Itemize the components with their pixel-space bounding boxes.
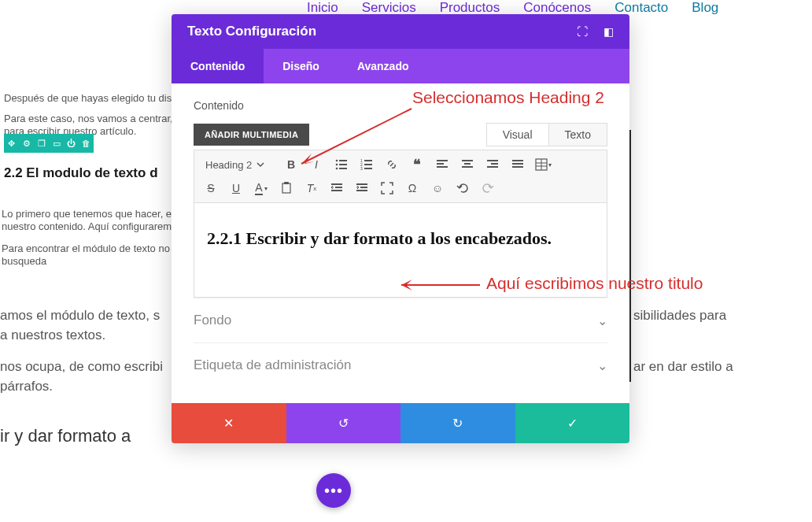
svg-rect-18 <box>487 160 498 161</box>
svg-rect-13 <box>437 163 444 165</box>
redo-icon[interactable] <box>476 177 500 199</box>
module-toolbar: ✥ ⚙ ❐ ▭ ⏻ 🗑 <box>4 134 94 153</box>
align-left-icon[interactable] <box>430 154 454 176</box>
svg-rect-21 <box>512 160 523 161</box>
bg-heading: 2.2 El modulo de texto d <box>4 165 158 181</box>
accordion-label: Etiqueta de administración <box>194 357 351 373</box>
align-justify-icon[interactable] <box>506 154 530 176</box>
add-media-button[interactable]: AÑADIR MULTIMEDIA <box>194 124 309 146</box>
bg-body-text: ar en dar estilo a <box>633 357 733 377</box>
text-color-icon[interactable]: A▾ <box>249 177 273 199</box>
modal-header[interactable]: Texto Configuración ⛶ ◧ <box>172 14 629 49</box>
redo-button[interactable]: ↻ <box>400 403 515 443</box>
modal-tabs: Contenido Diseño Avanzado <box>172 49 629 83</box>
save-icon[interactable]: ▭ <box>49 134 64 153</box>
svg-rect-20 <box>487 166 498 168</box>
power-icon[interactable]: ⏻ <box>64 134 79 153</box>
nav-item[interactable]: Servicios <box>362 0 416 16</box>
quote-icon[interactable]: ❝ <box>405 154 429 176</box>
svg-rect-1 <box>339 160 347 161</box>
svg-point-0 <box>336 160 338 162</box>
bg-body-text: párrafos. <box>0 376 53 397</box>
outdent-icon[interactable] <box>325 177 349 199</box>
svg-rect-35 <box>356 190 367 191</box>
gear-icon[interactable]: ⚙ <box>19 134 34 153</box>
bg-paragraph: Después de que hayas elegido tu dise <box>4 91 177 106</box>
svg-point-4 <box>336 168 338 170</box>
accordion-fondo[interactable]: Fondo ⌄ <box>194 298 607 342</box>
svg-rect-32 <box>331 190 342 191</box>
underline-icon[interactable]: U <box>224 177 248 199</box>
bullet-list-icon[interactable] <box>330 154 353 176</box>
align-right-icon[interactable] <box>481 154 504 176</box>
emoji-icon[interactable]: ☺ <box>426 177 449 199</box>
fullscreen-icon[interactable] <box>375 177 399 199</box>
link-icon[interactable] <box>380 154 404 176</box>
svg-rect-16 <box>464 163 471 165</box>
special-char-icon[interactable]: Ω <box>400 177 424 199</box>
tab-design[interactable]: Diseño <box>264 49 338 83</box>
svg-rect-19 <box>491 163 498 165</box>
bg-section-title: ir y dar formato a <box>0 426 131 446</box>
modal-title: Texto Configuración <box>187 24 316 39</box>
align-center-icon[interactable] <box>456 154 479 176</box>
paste-text-icon[interactable] <box>275 177 298 199</box>
svg-rect-11 <box>364 168 372 169</box>
svg-rect-30 <box>331 183 342 185</box>
nav-item[interactable]: Productos <box>440 0 500 16</box>
delete-icon[interactable]: 🗑 <box>79 134 94 153</box>
move-icon[interactable]: ✥ <box>4 134 19 153</box>
svg-rect-12 <box>437 160 448 161</box>
chevron-down-icon: ⌄ <box>597 358 607 373</box>
chevron-down-icon: ⌄ <box>597 313 607 328</box>
cancel-button[interactable]: ✕ <box>172 403 286 443</box>
svg-rect-31 <box>335 187 342 188</box>
tab-advanced[interactable]: Avanzado <box>338 49 428 83</box>
tab-content[interactable]: Contenido <box>172 49 264 83</box>
accordion-admin-label[interactable]: Etiqueta de administración ⌄ <box>194 342 607 387</box>
format-select[interactable]: Heading 2 <box>199 157 278 173</box>
tab-visual[interactable]: Visual <box>487 124 549 146</box>
italic-icon[interactable]: I <box>304 154 328 176</box>
svg-rect-15 <box>462 160 473 161</box>
snap-icon[interactable]: ◧ <box>603 25 614 38</box>
bg-body-text: a nuestros textos. <box>0 325 105 346</box>
svg-rect-33 <box>356 183 367 185</box>
svg-rect-22 <box>512 163 523 165</box>
numbered-list-icon[interactable]: 123 <box>355 154 378 176</box>
duplicate-icon[interactable]: ❐ <box>34 134 49 153</box>
indent-icon[interactable] <box>350 177 374 199</box>
editor-heading: 2.2.1 Escribir y dar formato a los encab… <box>207 225 594 251</box>
bg-paragraph: busqueda <box>2 254 46 268</box>
bold-icon[interactable]: B <box>279 154 303 176</box>
nav-item[interactable]: Inicio <box>307 0 338 16</box>
svg-rect-28 <box>282 183 290 193</box>
nav-item[interactable]: Contacto <box>615 0 668 16</box>
background-nav: Inicio Servicios Productos Conócenos Con… <box>307 0 718 16</box>
wysiwyg-toolbar: Heading 2 B I 123 ❝ ▾ S U A▾ Tx <box>194 150 607 203</box>
svg-rect-23 <box>512 166 523 168</box>
undo-button[interactable]: ↺ <box>286 403 401 443</box>
modal-body: Contenido AÑADIR MULTIMEDIA Visual Texto… <box>172 83 629 403</box>
expand-icon[interactable]: ⛶ <box>577 25 588 38</box>
save-button[interactable]: ✓ <box>515 403 630 443</box>
undo-icon[interactable] <box>451 177 474 199</box>
tab-text[interactable]: Texto <box>549 124 607 146</box>
annotation-text: Seleccionamos Heading 2 <box>412 88 604 107</box>
nav-item[interactable]: Conócenos <box>523 0 591 16</box>
table-icon[interactable]: ▾ <box>531 154 555 176</box>
svg-rect-9 <box>364 164 372 165</box>
nav-item[interactable]: Blog <box>692 0 718 16</box>
text-settings-modal: Texto Configuración ⛶ ◧ Contenido Diseño… <box>172 14 629 443</box>
dots-icon: ••• <box>324 482 343 500</box>
svg-rect-5 <box>339 168 347 169</box>
svg-rect-3 <box>339 164 347 165</box>
svg-point-2 <box>336 164 338 166</box>
strikethrough-icon[interactable]: S <box>199 177 223 199</box>
bg-paragraph: nuestro contenido. Aquí configurarem <box>2 220 172 234</box>
clear-format-icon[interactable]: Tx <box>300 177 323 199</box>
svg-text:3: 3 <box>360 166 363 171</box>
bg-body-text: nos ocupa, de como escribi <box>0 357 163 377</box>
svg-rect-34 <box>360 187 367 188</box>
fab-more-button[interactable]: ••• <box>316 473 351 508</box>
